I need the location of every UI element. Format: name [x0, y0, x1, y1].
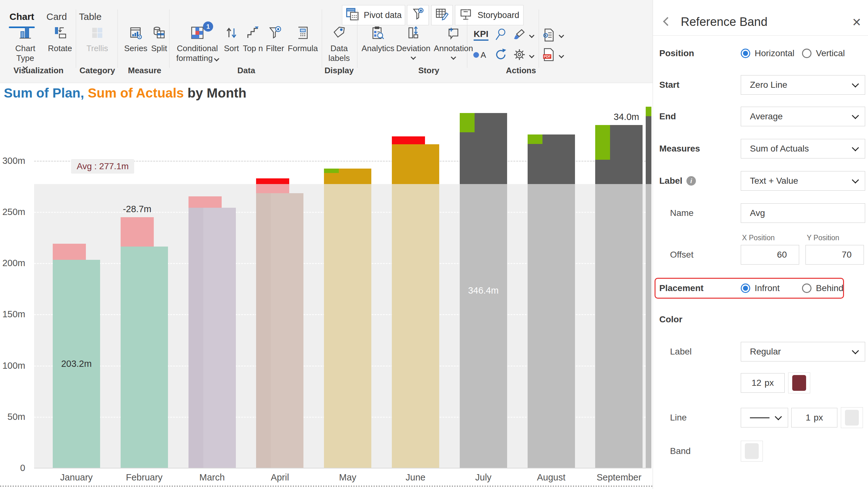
actual-bar-august [542, 184, 575, 468]
storyboard-button[interactable]: Storyboard [455, 5, 524, 25]
tab-table[interactable]: Table [79, 11, 102, 22]
report-settings-icon[interactable] [541, 28, 556, 43]
line-width-input[interactable]: 1 px [791, 408, 837, 427]
ribbon-item-deviation[interactable]: Deviation [394, 25, 432, 60]
reference-band-label[interactable]: Avg : 277.1m [71, 159, 134, 174]
ribbon-item-annotation[interactable]: Annotation [431, 25, 475, 60]
tab-card[interactable]: Card [46, 11, 67, 22]
ribbon-item-data-labels[interactable]: Data labels [323, 25, 355, 63]
back-icon[interactable] [663, 17, 672, 26]
ribbon-item-sort[interactable]: Sort [220, 25, 243, 53]
settings-gear-icon[interactable] [512, 47, 527, 63]
ribbon-item-series[interactable]: Series [122, 25, 150, 53]
chart-canvas[interactable]: Sum of Plan, Sum of Actuals by Month 050… [0, 83, 652, 489]
placement-radio-infront[interactable]: Infront [741, 283, 780, 293]
y-axis-tick-label: 200m [0, 258, 25, 268]
chevron-down-icon [852, 144, 859, 152]
bar-value-label: 34.0m [614, 111, 640, 122]
x-axis-label-may: May [339, 472, 356, 483]
search-icon[interactable] [494, 28, 508, 43]
table-edit-icon [435, 7, 449, 23]
end-select[interactable]: Average [741, 107, 865, 126]
top-n-icon [240, 25, 266, 41]
label-style-select[interactable]: Text + Value [741, 171, 865, 191]
radio-icon[interactable] [802, 284, 811, 293]
y-position-input[interactable]: 70 [805, 245, 864, 265]
split-icon [147, 25, 172, 41]
label-color-swatch[interactable] [788, 372, 810, 393]
auto-annotate-icon[interactable]: A [472, 48, 489, 62]
line-style-glyph [750, 417, 770, 418]
band-label: Band [670, 446, 690, 456]
actual-bar-september [610, 125, 643, 184]
actual-bar-may [339, 169, 371, 184]
line-label: Line [670, 413, 687, 423]
offset-label: Offset [670, 250, 693, 260]
chevron-down-icon[interactable] [530, 32, 534, 38]
position-radio-horizontal[interactable]: Horizontal [741, 48, 795, 58]
tab-chart[interactable]: Chart [9, 11, 34, 22]
bar-value-label: 346.4m [468, 285, 499, 296]
group-separator [76, 9, 76, 68]
ribbon-item-top-n[interactable]: Top n [240, 25, 266, 53]
name-input[interactable]: Avg [741, 203, 865, 223]
ribbon-item-formula[interactable]: Formula [285, 25, 320, 53]
position-radio-vertical[interactable]: Vertical [802, 48, 845, 58]
line-color-swatch[interactable] [841, 407, 863, 428]
band-color-swatch[interactable] [741, 441, 763, 461]
pivot-data-button[interactable]: Pivot data [342, 5, 405, 25]
chevron-down-icon[interactable] [559, 53, 563, 58]
data-labels-icon [323, 25, 355, 41]
label-font-size-input[interactable]: 12 px [741, 373, 785, 393]
close-icon[interactable]: ✕ [852, 16, 861, 29]
button-label: Pivot data [364, 10, 402, 20]
filter-btn-button[interactable] [407, 5, 429, 25]
chevron-down-icon[interactable] [530, 53, 534, 58]
kpi-button[interactable]: KPI [474, 29, 489, 39]
color-section-heading: Color [659, 315, 682, 325]
label-color-style-select[interactable]: Regular [741, 342, 865, 361]
ribbon-item-label: Conditional formatting [170, 43, 224, 63]
group-separator [322, 9, 322, 68]
ribbon-item-filter[interactable]: Filter [262, 25, 288, 53]
radio-selected-icon[interactable] [741, 284, 750, 293]
variance-cap-june [392, 136, 425, 144]
radio-icon[interactable] [802, 48, 811, 58]
chevron-down-icon [775, 413, 782, 421]
ribbon-item-analytics[interactable]: Analytics [359, 25, 397, 53]
format-painter-icon[interactable] [512, 28, 527, 43]
actual-bar-august [542, 134, 575, 184]
analytics-icon [359, 25, 397, 41]
actual-bar-july [474, 113, 507, 184]
y-position-label: Y Position [807, 234, 839, 242]
ribbon-item-rotate[interactable]: Rotate [44, 25, 76, 53]
chevron-down-icon [451, 54, 456, 60]
x-position-input[interactable]: 60 [741, 245, 799, 265]
chevron-down-icon [23, 64, 28, 69]
chart-type-icon [6, 25, 44, 41]
ribbon-item-chart-type[interactable]: Chart Type [6, 25, 44, 69]
placement-radio-behind[interactable]: Behind [802, 283, 843, 293]
rotate-icon [44, 25, 76, 41]
y-axis-tick-label: 150m [0, 309, 25, 320]
ribbon-item-split[interactable]: Split [147, 25, 172, 53]
variance-cap-april [256, 178, 289, 184]
table-edit-button[interactable] [431, 5, 453, 25]
measures-select[interactable]: Sum of Actuals [741, 139, 865, 159]
info-icon[interactable]: i [686, 176, 696, 186]
refresh-icon[interactable] [494, 47, 508, 63]
bar-value-label: -28.7m [123, 204, 151, 214]
ribbon-item-cond-format[interactable]: Conditional formatting1 [170, 25, 224, 63]
chevron-down-icon[interactable] [559, 32, 563, 38]
ribbon-item-label: Series [122, 43, 150, 53]
chevron-down-icon [852, 176, 859, 184]
start-label: Start [659, 80, 680, 90]
line-style-select[interactable] [741, 408, 788, 427]
radio-selected-icon[interactable] [741, 48, 750, 58]
actual-bar-june [407, 184, 439, 468]
position-label: Position [659, 48, 694, 58]
export-pdf-icon[interactable]: PDF [541, 47, 556, 63]
y-axis-tick-label: 50m [0, 411, 25, 422]
variance-cap-march [188, 196, 222, 208]
start-select[interactable]: Zero Line [741, 75, 865, 95]
